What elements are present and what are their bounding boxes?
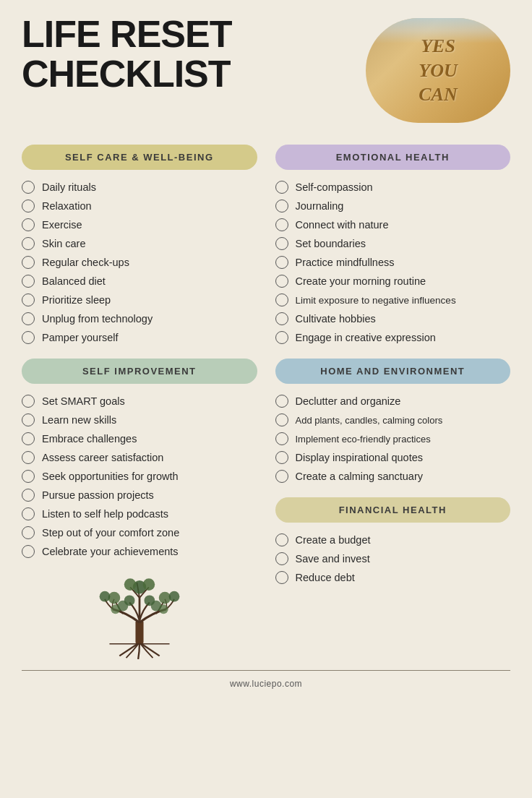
list-item: Balanced diet bbox=[22, 275, 257, 288]
left-column: SELF CARE & WELL-BEING Daily rituals Rel… bbox=[22, 145, 257, 666]
checkbox[interactable] bbox=[275, 395, 288, 408]
list-item: Limit exposure to negative influences bbox=[275, 293, 511, 306]
self-improvement-list: Set SMART goals Learn new skills Embrace… bbox=[22, 395, 257, 558]
checkbox[interactable] bbox=[22, 451, 35, 464]
list-item: Learn new skills bbox=[22, 413, 257, 426]
svg-point-9 bbox=[168, 591, 179, 602]
sand-wave bbox=[366, 18, 510, 43]
sand-image: YESYOUCAN bbox=[366, 18, 510, 123]
checkbox[interactable] bbox=[22, 507, 35, 520]
emotional-health-header: EMOTIONAL HEALTH bbox=[275, 145, 511, 170]
list-item: Exercise bbox=[22, 218, 257, 231]
checkbox[interactable] bbox=[22, 293, 35, 306]
checkbox[interactable] bbox=[275, 552, 288, 565]
checkbox[interactable] bbox=[275, 533, 288, 546]
main-content: SELF CARE & WELL-BEING Daily rituals Rel… bbox=[22, 145, 510, 666]
checkbox[interactable] bbox=[275, 181, 288, 194]
emotional-health-section: EMOTIONAL HEALTH Self-compassion Journal… bbox=[275, 145, 511, 344]
checkbox[interactable] bbox=[22, 256, 35, 269]
checkbox[interactable] bbox=[22, 526, 35, 539]
checkbox[interactable] bbox=[22, 275, 35, 288]
checkbox[interactable] bbox=[22, 200, 35, 213]
list-item: Create your morning routine bbox=[275, 275, 511, 288]
list-item: Celebrate your achievements bbox=[22, 545, 257, 558]
main-title: LIFE RESETCHECKLIST bbox=[22, 14, 231, 93]
financial-health-header: FINANCIAL HEALTH bbox=[275, 497, 511, 523]
footer-url: www.luciepo.com bbox=[230, 679, 302, 689]
checkbox[interactable] bbox=[22, 413, 35, 426]
list-item: Pursue passion projects bbox=[22, 489, 257, 502]
list-item: Add plants, candles, calming colors bbox=[275, 413, 511, 426]
checkbox[interactable] bbox=[22, 181, 35, 194]
list-item: Create a calming sanctuary bbox=[275, 470, 511, 483]
self-improvement-header: SELF IMPROVEMENT bbox=[22, 359, 257, 384]
checkbox[interactable] bbox=[22, 331, 35, 344]
checkbox[interactable] bbox=[22, 545, 35, 558]
checkbox[interactable] bbox=[275, 432, 288, 445]
list-item: Daily rituals bbox=[22, 181, 257, 194]
page-container: LIFE RESETCHECKLIST YESYOUCAN SELF CARE … bbox=[0, 0, 532, 798]
svg-rect-0 bbox=[135, 620, 143, 643]
list-item: Assess career satisfaction bbox=[22, 451, 257, 464]
list-item: Pamper yourself bbox=[22, 331, 257, 344]
emotional-health-list: Self-compassion Journaling Connect with … bbox=[275, 181, 511, 344]
svg-point-13 bbox=[150, 601, 161, 612]
tree-icon bbox=[96, 572, 183, 659]
checkbox[interactable] bbox=[275, 200, 288, 213]
checkbox[interactable] bbox=[275, 451, 288, 464]
list-item: Save and invest bbox=[275, 552, 511, 565]
list-item: Reduce debt bbox=[275, 571, 511, 584]
checkbox[interactable] bbox=[275, 275, 288, 288]
footer: www.luciepo.com bbox=[22, 670, 510, 690]
checkbox[interactable] bbox=[22, 312, 35, 325]
checkbox[interactable] bbox=[22, 489, 35, 502]
list-item: Declutter and organize bbox=[275, 395, 511, 408]
list-item: Listen to self help podcasts bbox=[22, 507, 257, 520]
svg-point-2 bbox=[124, 578, 137, 591]
list-item: Prioritize sleep bbox=[22, 293, 257, 306]
sand-text: YESYOUCAN bbox=[419, 34, 457, 107]
home-environment-header: HOME AND ENVIRONMENT bbox=[275, 359, 511, 384]
right-column: EMOTIONAL HEALTH Self-compassion Journal… bbox=[275, 145, 511, 666]
self-care-header: SELF CARE & WELL-BEING bbox=[22, 145, 257, 170]
list-item: Journaling bbox=[275, 200, 511, 213]
list-item: Set boundaries bbox=[275, 237, 511, 250]
checkbox[interactable] bbox=[22, 470, 35, 483]
checkbox[interactable] bbox=[275, 237, 288, 250]
home-environment-section: HOME AND ENVIRONMENT Declutter and organ… bbox=[275, 359, 511, 483]
checkbox[interactable] bbox=[22, 432, 35, 445]
list-item: Embrace challenges bbox=[22, 432, 257, 445]
list-item: Relaxation bbox=[22, 200, 257, 213]
checkbox[interactable] bbox=[22, 218, 35, 231]
financial-health-section: FINANCIAL HEALTH Create a budget Save an… bbox=[275, 497, 511, 584]
list-item: Skin care bbox=[22, 237, 257, 250]
checkbox[interactable] bbox=[275, 293, 288, 306]
list-item: Seek opportunities for growth bbox=[22, 470, 257, 483]
tree-section bbox=[22, 572, 257, 659]
list-item: Step out of your comfort zone bbox=[22, 526, 257, 539]
list-item: Display inspirational quotes bbox=[275, 451, 511, 464]
checkbox[interactable] bbox=[275, 470, 288, 483]
checkbox[interactable] bbox=[275, 218, 288, 231]
list-item: Create a budget bbox=[275, 533, 511, 546]
list-item: Self-compassion bbox=[275, 181, 511, 194]
list-item: Engage in creative expression bbox=[275, 331, 511, 344]
checkbox[interactable] bbox=[275, 331, 288, 344]
self-care-list: Daily rituals Relaxation Exercise Skin c… bbox=[22, 181, 257, 344]
checkbox[interactable] bbox=[275, 256, 288, 269]
header-section: LIFE RESETCHECKLIST YESYOUCAN bbox=[22, 14, 510, 123]
list-item: Practice mindfullness bbox=[275, 256, 511, 269]
list-item: Implement eco-friendly practices bbox=[275, 432, 511, 445]
checkbox[interactable] bbox=[275, 312, 288, 325]
list-item: Set SMART goals bbox=[22, 395, 257, 408]
self-improvement-section: SELF IMPROVEMENT Set SMART goals Learn n… bbox=[22, 359, 257, 558]
financial-health-list: Create a budget Save and invest Reduce d… bbox=[275, 533, 511, 584]
checkbox[interactable] bbox=[22, 237, 35, 250]
list-item: Cultivate hobbies bbox=[275, 312, 511, 325]
checkbox[interactable] bbox=[275, 571, 288, 584]
list-item: Connect with nature bbox=[275, 218, 511, 231]
svg-point-12 bbox=[117, 601, 128, 612]
checkbox[interactable] bbox=[275, 413, 288, 426]
checkbox[interactable] bbox=[22, 395, 35, 408]
home-environment-list: Declutter and organize Add plants, candl… bbox=[275, 395, 511, 483]
